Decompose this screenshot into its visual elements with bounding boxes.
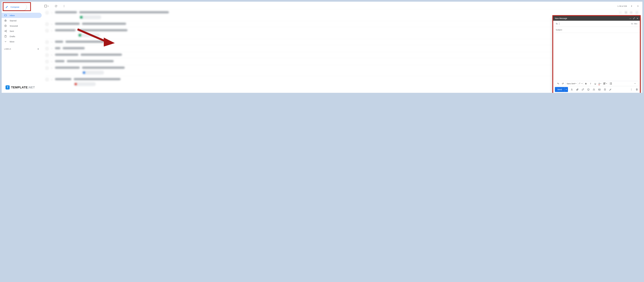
send-options-caret[interactable]: ▼ <box>564 87 568 92</box>
svg-point-3 <box>64 6 64 6</box>
watermark-brand: TEMPLATE <box>11 86 28 89</box>
sidebar: Compose Inbox Starred Snoozed Sent Draft… <box>2 2 42 93</box>
font-family-select[interactable]: Sans Serif▼ <box>566 82 577 86</box>
subject-input[interactable] <box>556 29 638 31</box>
underline-button[interactable]: U <box>593 82 597 86</box>
mail-list-blurred: ☆□🗑✉🕐 ☆ ☆ ☆ ☆ ☆ ☆ ☆ ☆ <box>44 10 640 93</box>
svg-point-4 <box>64 7 64 7</box>
send-button[interactable]: Send ▼ <box>555 87 568 92</box>
star-icon <box>4 19 7 22</box>
send-icon <box>4 30 7 33</box>
sidebar-item-label: Inbox <box>10 14 15 17</box>
prev-page-button[interactable] <box>630 5 633 8</box>
compose-title: New Message <box>555 17 567 20</box>
compose-header[interactable]: New Message — ✕ <box>553 16 640 21</box>
to-label: To <box>556 23 558 25</box>
sidebar-item-sent[interactable]: Sent <box>2 29 42 34</box>
more-formatting-button[interactable]: ▼ <box>633 82 637 86</box>
sidebar-item-snoozed[interactable]: Snoozed <box>2 23 42 29</box>
minimize-icon[interactable]: — <box>629 18 631 20</box>
chevron-down-icon <box>4 40 7 43</box>
labels-header-text: LABELS <box>4 48 11 50</box>
inbox-icon <box>4 14 7 17</box>
italic-button[interactable]: I <box>588 82 593 86</box>
confidential-icon[interactable] <box>604 88 606 91</box>
sidebar-item-more[interactable]: More <box>2 39 42 44</box>
sidebar-item-drafts[interactable]: Drafts <box>2 34 42 39</box>
fullscreen-icon[interactable] <box>633 18 635 19</box>
subject-field[interactable] <box>554 27 640 33</box>
watermark-ext: .NET <box>28 86 35 89</box>
compose-bottom-bar: Send ▼ A <box>553 86 640 93</box>
refresh-button[interactable] <box>54 5 58 8</box>
align-button[interactable]: ▼ <box>603 82 608 86</box>
draft-icon <box>4 35 7 38</box>
svg-text:т: т <box>578 83 579 84</box>
attach-icon[interactable] <box>576 88 579 91</box>
drive-icon[interactable] <box>592 88 595 91</box>
undo-button[interactable] <box>556 82 560 86</box>
svg-point-13 <box>588 89 589 90</box>
bcc-button[interactable]: Bcc <box>634 23 638 25</box>
clock-icon <box>4 25 7 27</box>
select-all-checkbox[interactable] <box>44 5 47 7</box>
svg-point-10 <box>610 84 610 85</box>
sidebar-item-label: More <box>10 41 14 43</box>
sidebar-item-label: Sent <box>10 30 14 32</box>
svg-point-12 <box>588 89 588 90</box>
list-button[interactable] <box>609 82 613 86</box>
more-options-icon[interactable] <box>630 88 633 91</box>
next-page-button[interactable] <box>636 5 640 8</box>
select-dropdown-caret[interactable]: ▼ <box>48 6 49 7</box>
compose-label: Compose <box>10 6 19 8</box>
signature-icon[interactable] <box>609 88 612 91</box>
svg-point-9 <box>610 83 610 84</box>
nav-list: Inbox Starred Snoozed Sent Drafts More <box>2 13 42 44</box>
svg-text:T: T <box>579 82 580 85</box>
sidebar-item-label: Drafts <box>10 35 15 38</box>
watermark: T TEMPLATE.NET <box>6 85 35 90</box>
sidebar-item-starred[interactable]: Starred <box>2 18 42 23</box>
cc-button[interactable]: Cc <box>631 23 633 25</box>
svg-point-11 <box>588 89 589 91</box>
formatting-toolbar: Sans Serif▼ тT▼ B I U A▼ ▼ ▼ <box>554 81 638 86</box>
emoji-icon[interactable] <box>587 88 590 91</box>
svg-point-17 <box>631 89 632 89</box>
to-field[interactable]: To Cc Bcc <box>554 21 640 27</box>
sidebar-item-inbox[interactable]: Inbox <box>2 13 42 18</box>
add-label-button[interactable]: + <box>37 47 39 51</box>
compose-button[interactable]: Compose <box>3 4 26 10</box>
sidebar-item-label: Starred <box>10 20 16 22</box>
more-actions-button[interactable] <box>62 5 66 8</box>
close-icon[interactable]: ✕ <box>637 18 638 20</box>
svg-rect-16 <box>604 89 606 91</box>
link-icon[interactable] <box>582 88 584 91</box>
compose-body[interactable] <box>553 33 640 81</box>
photo-icon[interactable] <box>598 88 601 91</box>
labels-section-header: LABELS + <box>2 44 42 51</box>
page-counter: 1–50 of 328 <box>617 5 627 7</box>
discard-icon[interactable] <box>636 88 638 91</box>
compose-window: New Message — ✕ To Cc Bcc Sans Serif▼ <box>553 16 640 93</box>
pencil-icon <box>6 6 8 8</box>
watermark-icon: T <box>6 85 10 90</box>
sidebar-item-label: Snoozed <box>10 25 18 27</box>
bold-button[interactable]: B <box>584 82 588 86</box>
font-size-button[interactable]: тT▼ <box>578 82 582 86</box>
svg-point-8 <box>610 83 610 83</box>
redo-button[interactable] <box>561 82 565 86</box>
mail-toolbar: ▼ 1–50 of 328 <box>44 3 640 10</box>
text-color-button[interactable]: A▼ <box>598 82 602 86</box>
svg-point-19 <box>631 90 632 91</box>
svg-rect-0 <box>4 15 6 16</box>
svg-point-18 <box>631 89 632 90</box>
send-label: Send <box>555 88 564 91</box>
svg-point-2 <box>64 5 64 6</box>
formatting-icon[interactable]: A <box>570 88 573 91</box>
